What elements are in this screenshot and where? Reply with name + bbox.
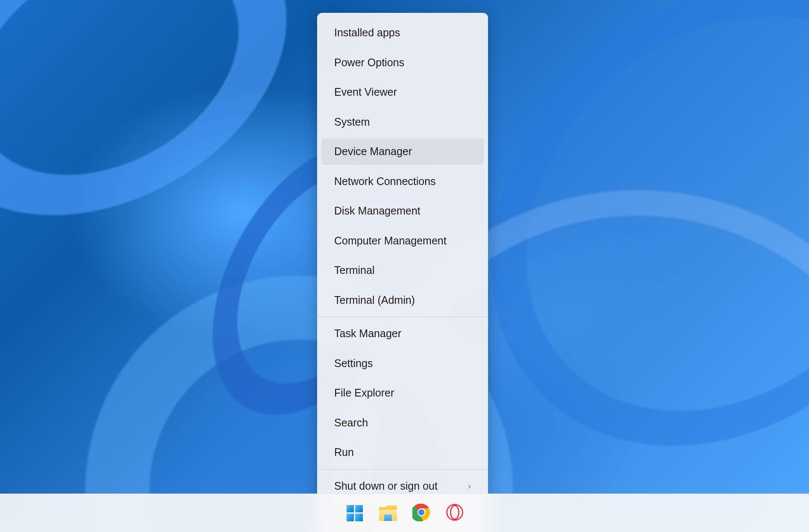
menu-item-terminal-admin[interactable]: Terminal (Admin) [321,287,484,314]
chrome-icon [412,503,430,523]
chrome-button[interactable] [412,504,430,522]
menu-item-task-manager[interactable]: Task Manager [321,320,484,347]
menu-item-system[interactable]: System [321,109,484,135]
opera-icon [446,504,463,523]
winx-context-menu: Installed appsPower OptionsEvent ViewerS… [317,13,488,532]
menu-item-label: Shut down or sign out [334,478,438,494]
menu-item-disk-management[interactable]: Disk Management [321,198,484,224]
menu-item-terminal[interactable]: Terminal [321,257,484,284]
menu-item-label: Task Manager [334,326,401,342]
menu-separator [317,469,488,470]
menu-item-label: Disk Management [334,203,420,219]
menu-item-file-explorer[interactable]: File Explorer [321,380,484,406]
menu-item-label: Installed apps [334,25,400,41]
menu-item-computer-management[interactable]: Computer Management [321,228,484,254]
menu-item-network-connections[interactable]: Network Connections [321,168,484,195]
svg-point-3 [447,504,462,520]
menu-item-label: Terminal (Admin) [334,292,415,309]
menu-item-label: Network Connections [334,173,436,190]
svg-point-2 [418,509,424,515]
menu-item-label: File Explorer [334,385,394,401]
menu-item-label: Computer Management [334,233,447,249]
opera-button[interactable] [446,504,464,522]
menu-separator [317,317,488,317]
menu-item-search[interactable]: Search [321,410,484,436]
chevron-right-icon: › [468,482,471,490]
menu-item-event-viewer[interactable]: Event Viewer [321,79,484,106]
start-button[interactable] [346,504,364,522]
menu-item-label: Device Manager [334,144,412,160]
menu-item-label: Terminal [334,262,374,279]
menu-item-label: Settings [334,356,373,372]
menu-item-device-manager[interactable]: Device Manager [321,138,484,165]
menu-item-run[interactable]: Run [321,439,484,466]
menu-item-label: System [334,114,370,130]
folder-icon [379,506,397,521]
file-explorer-button[interactable] [379,504,397,522]
menu-item-label: Run [334,444,354,461]
taskbar [0,494,809,532]
windows-logo-icon [347,505,363,521]
menu-item-settings[interactable]: Settings [321,350,484,377]
menu-item-label: Event Viewer [334,84,397,100]
menu-item-label: Search [334,415,368,431]
menu-item-power-options[interactable]: Power Options [321,50,484,76]
menu-item-label: Power Options [334,55,404,71]
svg-point-4 [450,506,459,519]
menu-item-installed-apps[interactable]: Installed apps [321,20,484,46]
